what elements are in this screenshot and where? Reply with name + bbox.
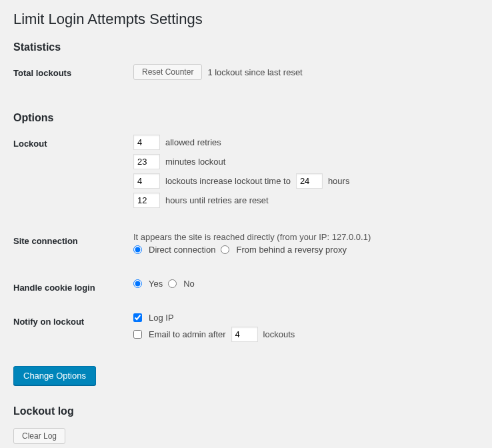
site-connection-row: Site connection It appears the site is r… — [13, 232, 479, 259]
cookie-no-text: No — [183, 279, 195, 289]
hours-text: hours — [328, 176, 350, 186]
proxy-radio[interactable] — [221, 245, 229, 254]
allowed-retries-text: allowed retries — [165, 137, 221, 147]
log-ip-text: Log IP — [149, 313, 174, 323]
site-connection-label: Site connection — [13, 232, 133, 246]
clear-log-button[interactable]: Clear Log — [13, 428, 65, 444]
reset-counter-button[interactable]: Reset Counter — [133, 64, 202, 80]
email-admin-text-after: lockouts — [263, 329, 295, 339]
email-admin-count-input[interactable] — [231, 327, 258, 342]
increase-hours-input[interactable] — [296, 173, 323, 189]
minutes-lockout-text: minutes lockout — [165, 157, 225, 167]
total-lockouts-row: Total lockouts Reset Counter 1 lockout s… — [13, 64, 479, 84]
cookie-yes-radio[interactable] — [133, 279, 142, 288]
log-ip-checkbox[interactable] — [133, 313, 142, 322]
email-admin-checkbox[interactable] — [133, 330, 142, 339]
site-connection-note: It appears the site is reached directly … — [133, 232, 479, 242]
notify-row: Notify on lockout Log IP Email to admin … — [13, 313, 479, 346]
lockouts-increase-input[interactable] — [133, 173, 160, 189]
cookie-no-radio[interactable] — [168, 279, 177, 288]
cookie-login-row: Handle cookie login Yes No — [13, 279, 479, 293]
lockout-label: Lockout — [13, 135, 133, 149]
lockouts-increase-text: lockouts increase lockout time to — [165, 176, 291, 186]
change-options-button[interactable]: Change Options — [13, 366, 96, 385]
notify-label: Notify on lockout — [13, 313, 133, 327]
direct-connection-text: Direct connection — [149, 245, 215, 255]
reset-hours-text: hours until retries are reset — [165, 195, 269, 205]
total-lockouts-label: Total lockouts — [13, 64, 133, 78]
allowed-retries-input[interactable] — [133, 135, 160, 150]
proxy-text: From behind a reversy proxy — [236, 245, 346, 255]
cookie-login-label: Handle cookie login — [13, 279, 133, 293]
statistics-heading: Statistics — [13, 41, 479, 53]
cookie-yes-text: Yes — [149, 279, 163, 289]
options-heading: Options — [13, 112, 479, 124]
lockouts-since-reset-text: 1 lockout since last reset — [207, 67, 302, 77]
page-title: Limit Login Attempts Settings — [13, 11, 479, 28]
email-admin-text-before: Email to admin after — [149, 329, 226, 339]
lockout-row: Lockout allowed retries minutes lockout … — [13, 135, 479, 212]
minutes-lockout-input[interactable] — [133, 154, 160, 169]
lockout-log-heading: Lockout log — [13, 405, 479, 417]
direct-connection-radio[interactable] — [133, 245, 142, 254]
reset-hours-input[interactable] — [133, 193, 160, 208]
